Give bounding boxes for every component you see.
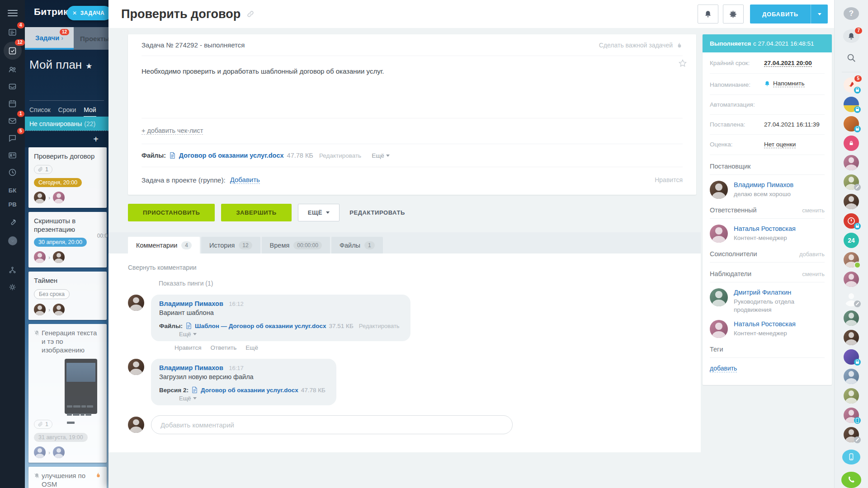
assignee-change-link[interactable]: сменить xyxy=(802,207,825,214)
sitemap-icon[interactable] xyxy=(4,262,21,277)
crm-card-icon[interactable] xyxy=(4,147,21,163)
settings-rail-icon[interactable] xyxy=(4,279,21,295)
task-settings-button[interactable] xyxy=(723,5,744,23)
calendar-icon[interactable] xyxy=(4,96,21,111)
chat-avatar[interactable] xyxy=(844,194,859,209)
file-edit-link[interactable]: Редактировать xyxy=(319,152,361,159)
tags-add-link[interactable]: добавить xyxy=(710,365,737,372)
chat-avatar[interactable] xyxy=(844,349,859,365)
avatar[interactable] xyxy=(53,192,65,203)
chat-avatar[interactable] xyxy=(844,369,859,384)
avatar[interactable] xyxy=(710,181,728,199)
chat-avatar-counter[interactable]: 24 xyxy=(844,233,859,248)
chat-avatar[interactable] xyxy=(844,330,859,345)
avatar[interactable] xyxy=(34,446,46,458)
file-more-link[interactable]: Ещё xyxy=(179,331,400,338)
add-button[interactable]: ДОБАВИТЬ xyxy=(750,5,828,23)
view-tab-list[interactable]: Список xyxy=(29,106,51,117)
people-icon[interactable] xyxy=(4,61,21,77)
wrench-icon[interactable] xyxy=(4,214,21,230)
help-icon[interactable] xyxy=(844,7,859,20)
person-name[interactable]: Дмитрий Филаткин xyxy=(734,289,791,296)
comment-author[interactable]: Владимир Пимахов xyxy=(159,364,223,371)
due-date-pill[interactable]: Без срока xyxy=(34,289,70,299)
view-tab-my[interactable]: Мой xyxy=(84,106,96,117)
search-icon[interactable] xyxy=(846,53,856,65)
sidebar-item-bk[interactable]: БК xyxy=(9,187,16,194)
rating-link[interactable]: Нет оценки xyxy=(764,141,796,148)
task-card[interactable]: Скриншоты в презентацию 30 апреля, 20:00… xyxy=(28,212,107,268)
chat-avatar[interactable] xyxy=(844,272,859,287)
tasks-icon[interactable]: 12 xyxy=(4,42,22,60)
avatar[interactable] xyxy=(710,288,728,306)
avatar[interactable] xyxy=(710,320,728,338)
file-link[interactable]: Шаблон — Договор об оказании услуг.docx xyxy=(195,323,326,329)
due-date-pill[interactable]: 31 августа, 19:00 xyxy=(34,433,88,442)
add-task-button[interactable]: + xyxy=(25,131,108,147)
tab-time[interactable]: Время00:00:00 xyxy=(262,237,330,253)
add-checklist-link[interactable]: + добавить чек-лист xyxy=(142,127,203,135)
tab-comments[interactable]: Комментарии4 xyxy=(128,237,200,253)
avatar[interactable] xyxy=(34,192,46,203)
tab-history[interactable]: История12 xyxy=(201,237,260,253)
mobile-app-button[interactable] xyxy=(842,450,860,465)
finish-button[interactable]: ЗАВЕРШИТЬ xyxy=(221,204,291,221)
group-unplanned-header[interactable]: Не спланированы (22) xyxy=(25,117,108,131)
chat-avatar-locked[interactable] xyxy=(844,136,859,151)
avatar[interactable] xyxy=(128,359,144,375)
file-more-link[interactable]: Ещё xyxy=(179,395,326,402)
tab-projects[interactable]: Проекты xyxy=(74,27,108,50)
comment-author[interactable]: Владимир Пимахов xyxy=(159,300,223,307)
view-tab-deadlines[interactable]: Сроки xyxy=(58,106,76,117)
copy-link-icon[interactable] xyxy=(246,10,255,20)
task-card[interactable]: Проверить договор 1 Сегодня, 20:00 xyxy=(28,147,107,208)
chat-avatar[interactable] xyxy=(844,291,859,306)
coassignees-add-link[interactable]: добавить xyxy=(799,251,825,258)
task-slider-pill[interactable]: ЗАДАЧА xyxy=(67,6,108,20)
avatar[interactable] xyxy=(53,251,65,263)
collapse-comments-link[interactable]: Свернуть комментарии xyxy=(128,264,197,271)
like-link[interactable]: Нравится xyxy=(655,176,683,183)
notify-settings-button[interactable] xyxy=(698,5,718,23)
tab-tasks[interactable]: Задачи 12 xyxy=(25,27,74,50)
storage-icon[interactable] xyxy=(4,79,21,94)
chat-avatar[interactable] xyxy=(844,116,859,131)
chat-avatar-rocket[interactable]: 5 xyxy=(844,77,859,93)
chat-avatar[interactable] xyxy=(844,408,859,423)
chat-avatar[interactable] xyxy=(844,97,859,112)
chat-avatar[interactable] xyxy=(844,174,859,190)
call-button[interactable] xyxy=(841,472,861,488)
avatar[interactable] xyxy=(53,446,65,458)
due-date-pill[interactable]: Сегодня, 20:00 xyxy=(34,178,82,187)
more-actions-button[interactable]: ЕЩЁ xyxy=(298,204,340,221)
make-important-button[interactable]: Сделать важной задачей xyxy=(599,42,683,49)
chat-avatar[interactable] xyxy=(844,155,859,170)
person-name[interactable]: Наталья Ростовская xyxy=(734,320,796,328)
due-date-pill[interactable]: 30 апреля, 20:00 xyxy=(34,238,87,247)
time-clock-icon[interactable] xyxy=(4,164,21,180)
task-card[interactable]: Таймен Без срока xyxy=(28,272,107,320)
more-link[interactable]: Ещё xyxy=(245,344,258,351)
favorite-star-icon[interactable] xyxy=(678,59,687,70)
chat-avatar[interactable] xyxy=(844,310,859,326)
show-pings-link[interactable]: Показать пинги (1) xyxy=(159,280,687,287)
avatar[interactable] xyxy=(128,295,144,311)
deadline-value[interactable]: 27.04.2021 20:00 xyxy=(764,60,812,67)
notifications-button[interactable]: 7 xyxy=(843,29,859,43)
avatar[interactable] xyxy=(53,304,65,315)
pause-button[interactable]: ПРИОСТАНОВИТЬ xyxy=(128,204,215,221)
comment-input[interactable] xyxy=(151,415,513,434)
sidebar-item-rv[interactable]: РВ xyxy=(8,201,16,208)
chat-avatar-alert[interactable] xyxy=(844,213,859,229)
favorite-star-icon[interactable] xyxy=(85,58,92,72)
chat-avatar[interactable] xyxy=(844,252,859,267)
chat-avatar[interactable] xyxy=(844,427,859,442)
avatar[interactable] xyxy=(34,304,46,315)
person-name[interactable]: Владимир Пимахов xyxy=(734,181,793,188)
hamburger-menu-icon[interactable] xyxy=(8,8,18,18)
observers-change-link[interactable]: сменить xyxy=(802,271,825,277)
like-link[interactable]: Нравится xyxy=(175,344,202,351)
mail-icon[interactable]: 1 xyxy=(4,113,21,128)
collapse-menu-icon[interactable] xyxy=(4,233,21,249)
chat-avatar[interactable] xyxy=(844,388,859,404)
